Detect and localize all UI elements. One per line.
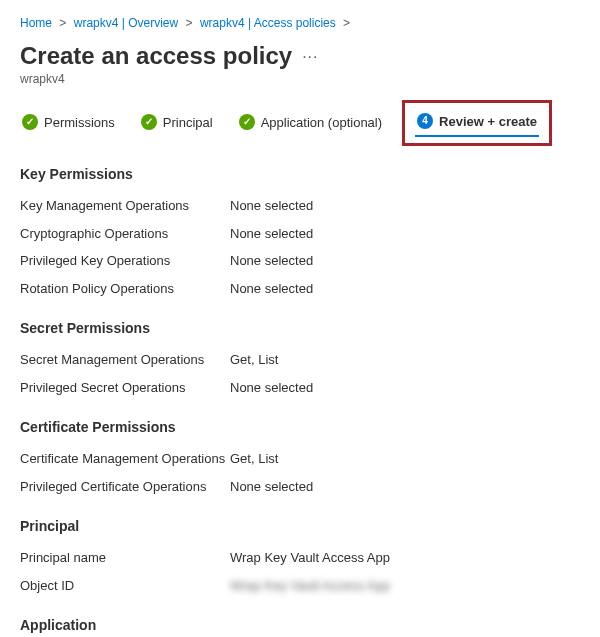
summary-label: Privileged Secret Operations: [20, 378, 230, 398]
section-title-application: Application: [20, 617, 580, 633]
summary-value: None selected: [230, 224, 313, 244]
summary-value: Wrap Key Vault Access App: [230, 548, 390, 568]
breadcrumb-link-access-policies[interactable]: wrapkv4 | Access policies: [200, 16, 336, 30]
summary-value: None selected: [230, 279, 313, 299]
page-subtitle: wrapkv4: [20, 72, 580, 86]
summary-value: Get, List: [230, 350, 278, 370]
page-title: Create an access policy: [20, 42, 292, 70]
step-number-icon: 4: [417, 113, 433, 129]
summary-value: None selected: [230, 477, 313, 497]
summary-row: Key Management Operations None selected: [20, 192, 580, 220]
summary-label: Object ID: [20, 576, 230, 596]
tab-label: Application (optional): [261, 115, 382, 130]
tab-label: Review + create: [439, 114, 537, 129]
breadcrumb-separator: >: [59, 16, 66, 30]
summary-label: Key Management Operations: [20, 196, 230, 216]
summary-value-redacted: Wrap Key Vault Access App: [230, 576, 390, 596]
summary-row: Cryptographic Operations None selected: [20, 220, 580, 248]
summary-value: Get, List: [230, 449, 278, 469]
breadcrumb-link-overview[interactable]: wrapkv4 | Overview: [74, 16, 178, 30]
summary-label: Principal name: [20, 548, 230, 568]
summary-row: Principal name Wrap Key Vault Access App: [20, 544, 580, 572]
summary-label: Privileged Certificate Operations: [20, 477, 230, 497]
summary-label: Secret Management Operations: [20, 350, 230, 370]
section-title-principal: Principal: [20, 518, 580, 534]
tab-label: Permissions: [44, 115, 115, 130]
breadcrumb-separator: >: [186, 16, 193, 30]
highlight-box-tab: 4 Review + create: [402, 100, 552, 146]
summary-label: Rotation Policy Operations: [20, 279, 230, 299]
title-more-icon[interactable]: ···: [302, 42, 318, 66]
tab-application[interactable]: ✓ Application (optional): [237, 110, 384, 136]
summary-row: Privileged Key Operations None selected: [20, 247, 580, 275]
summary-row: Certificate Management Operations Get, L…: [20, 445, 580, 473]
section-title-certificate-permissions: Certificate Permissions: [20, 419, 580, 435]
check-icon: ✓: [141, 114, 157, 130]
summary-row: Privileged Certificate Operations None s…: [20, 473, 580, 501]
summary-label: Privileged Key Operations: [20, 251, 230, 271]
summary-value: None selected: [230, 196, 313, 216]
summary-label: Cryptographic Operations: [20, 224, 230, 244]
breadcrumb-link-home[interactable]: Home: [20, 16, 52, 30]
check-icon: ✓: [239, 114, 255, 130]
summary-value: None selected: [230, 378, 313, 398]
summary-row: Privileged Secret Operations None select…: [20, 374, 580, 402]
wizard-tabs: ✓ Permissions ✓ Principal ✓ Application …: [20, 108, 580, 138]
summary-label: Certificate Management Operations: [20, 449, 230, 469]
tab-principal[interactable]: ✓ Principal: [139, 110, 215, 136]
breadcrumb: Home > wrapkv4 | Overview > wrapkv4 | Ac…: [20, 16, 580, 30]
breadcrumb-separator: >: [343, 16, 350, 30]
summary-row: Secret Management Operations Get, List: [20, 346, 580, 374]
tab-permissions[interactable]: ✓ Permissions: [20, 110, 117, 136]
summary-row: Rotation Policy Operations None selected: [20, 275, 580, 303]
check-icon: ✓: [22, 114, 38, 130]
tab-label: Principal: [163, 115, 213, 130]
section-title-key-permissions: Key Permissions: [20, 166, 580, 182]
summary-value: None selected: [230, 251, 313, 271]
section-title-secret-permissions: Secret Permissions: [20, 320, 580, 336]
tab-review-create[interactable]: 4 Review + create: [415, 109, 539, 135]
summary-row: Object ID Wrap Key Vault Access App: [20, 572, 580, 600]
